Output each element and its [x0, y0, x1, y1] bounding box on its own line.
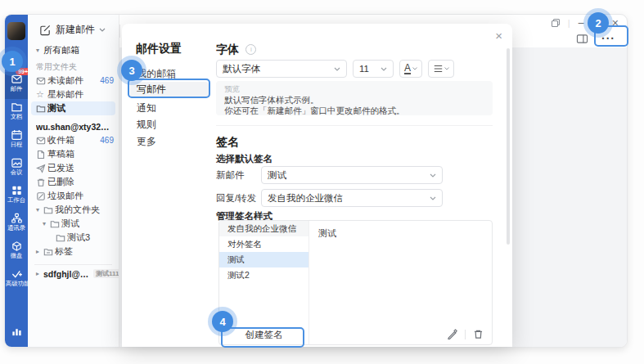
chevron-down-icon [99, 28, 106, 32]
reading-pane-icon[interactable] [576, 34, 588, 44]
folder-my-folders[interactable]: ▾ 我的文件夹 [28, 203, 119, 217]
sidebar-item-mail[interactable]: 99+ 邮件 [5, 72, 28, 99]
draft-icon [36, 150, 47, 160]
signature-heading: 签名 [216, 135, 239, 150]
envelope-icon [36, 76, 47, 86]
folder-section-label: 常用文件夹 [28, 61, 119, 74]
sidebar-item-workbench[interactable]: 工作台 [5, 183, 28, 210]
app-window: 99+ 邮件 文档 日程 会议 工作台 通讯录 [4, 14, 628, 348]
chevron-down-icon: ▾ [36, 206, 43, 213]
sidebar-item-advanced[interactable]: 高级功能 [5, 267, 28, 294]
font-controls-row: 默认字体 11 A [216, 60, 454, 78]
settings-nav-notifications[interactable]: 通知 [130, 101, 209, 116]
folder-deleted[interactable]: 已删除 [28, 175, 119, 189]
compose-button[interactable]: 新建邮件 [39, 23, 106, 37]
folder-junk[interactable]: 垃圾邮件 [28, 189, 119, 203]
folder-drafts[interactable]: 草稿箱 [28, 147, 119, 161]
create-signature-button[interactable]: 创建签名 [224, 328, 304, 342]
compose-label: 新建邮件 [56, 23, 95, 37]
sidebar-item-contacts[interactable]: 通讯录 [5, 211, 28, 238]
contacts-icon [11, 213, 23, 224]
workbench-icon [11, 185, 23, 196]
sidebar-item-drive[interactable]: 微盘 [5, 239, 28, 266]
settings-nav-rules[interactable]: 规则 [130, 117, 209, 133]
dialog-scrollbar[interactable] [507, 48, 510, 245]
chevron-down-icon [444, 67, 449, 70]
folder-inbox[interactable]: 收件箱 469 [28, 133, 119, 147]
default-signature-title: 选择默认签名 [216, 153, 272, 165]
account-1[interactable]: wu.shan@xty321.... [28, 119, 119, 133]
minimize-button[interactable]: − [578, 20, 584, 26]
reply-forward-label: 回复/转发 [216, 192, 256, 204]
account-2[interactable]: ▸ sdfghjl@xt... 测试111 [28, 267, 119, 281]
restore-window-icon[interactable] [551, 18, 561, 28]
sidebar-item-stats[interactable] [5, 324, 28, 340]
new-mail-signature-row: 新邮件 测试 [216, 166, 493, 184]
mail-icon [11, 74, 23, 85]
chevron-down-icon [381, 67, 387, 71]
section-divider [216, 125, 493, 126]
line-spacing-button[interactable] [428, 60, 454, 78]
signature-preview-text: 测试 [318, 227, 336, 240]
sidebar-item-docs[interactable]: 文档 [5, 100, 28, 127]
info-icon: i [245, 44, 256, 55]
chevron-right-icon: ▸ [36, 270, 43, 277]
settings-nav-more[interactable]: 更多 [130, 134, 209, 150]
signature-list-box: 发自我的企业微信 对外签名 测试 测试2 创建签名 测试 [218, 220, 493, 345]
trash-icon [36, 178, 47, 187]
folder-sent[interactable]: 已发送 [28, 161, 119, 175]
divider [34, 264, 112, 265]
signature-item-wecom[interactable]: 发自我的企业微信 [219, 221, 308, 236]
folder-tags[interactable]: ▸ 标签 [28, 245, 119, 258]
toolbar-separator [119, 25, 120, 38]
settings-content: 字体 i 默认字体 11 A [216, 24, 494, 347]
calendar-icon [11, 129, 23, 141]
close-dialog-button[interactable]: × [495, 29, 502, 43]
font-color-button[interactable]: A [399, 60, 422, 78]
settings-nav-compose[interactable]: 写邮件 [130, 82, 209, 97]
folder-icon [50, 219, 61, 229]
new-mail-label: 新邮件 [216, 169, 245, 182]
new-mail-signature-select[interactable]: 测试 [261, 166, 443, 184]
sidebar-item-meeting[interactable]: 会议 [5, 155, 28, 182]
reply-signature-row: 回复/转发 发自我的企业微信 [216, 189, 493, 207]
signature-item-test2[interactable]: 测试2 [219, 267, 308, 283]
font-size-select[interactable]: 11 [353, 60, 394, 78]
chevron-down-icon [430, 173, 436, 178]
chevron-down-icon [334, 67, 340, 71]
meeting-icon [11, 157, 23, 169]
signature-item-external[interactable]: 对外签名 [219, 236, 308, 252]
chevron-down-icon [430, 196, 436, 200]
compose-icon [39, 24, 52, 36]
tag-folder-icon [43, 247, 55, 257]
signature-item-test-selected[interactable]: 测试 [219, 252, 308, 267]
star-icon: ☆ [36, 89, 47, 100]
close-window-button[interactable]: × [612, 18, 619, 28]
envelope-icon [36, 136, 47, 146]
folder-icon [43, 205, 55, 215]
stats-icon [11, 326, 23, 337]
edit-icon[interactable] [447, 329, 457, 339]
folder-sub-test3[interactable]: 测试3 [28, 231, 119, 245]
preview-line-1: 默认写信字体样式示例。 [224, 95, 484, 106]
annotation-badge-4: 4 [212, 311, 233, 332]
signature-list: 发自我的企业微信 对外签名 测试 测试2 创建签名 [219, 221, 309, 344]
sidebar-item-calendar[interactable]: 日程 [5, 128, 28, 155]
annotation-badge-1: 1 [2, 51, 23, 72]
folder-unread[interactable]: 未读邮件 469 [28, 74, 119, 88]
reply-signature-select[interactable]: 发自我的企业微信 [261, 189, 443, 207]
preview-label: 预览 [224, 84, 484, 95]
send-icon [36, 164, 47, 173]
advanced-features-icon [11, 268, 23, 280]
folder-test-selected[interactable]: 测试 [31, 101, 115, 115]
dialog-title: 邮件设置 [136, 42, 182, 56]
signature-actions [447, 329, 484, 339]
folder-sub-test[interactable]: ▾ 测试 [28, 217, 119, 231]
avatar[interactable] [7, 22, 25, 40]
folder-starred[interactable]: ☆ 星标邮件 [28, 88, 119, 101]
chevron-down-icon: ▾ [43, 220, 50, 227]
delete-signature-icon[interactable] [473, 329, 484, 339]
mail-settings-dialog: × 邮件设置 我的邮箱 写邮件 通知 规则 更多 字体 i 默认字体 11 [122, 24, 512, 347]
font-family-select[interactable]: 默认字体 [216, 60, 347, 78]
folder-icon [56, 233, 67, 243]
